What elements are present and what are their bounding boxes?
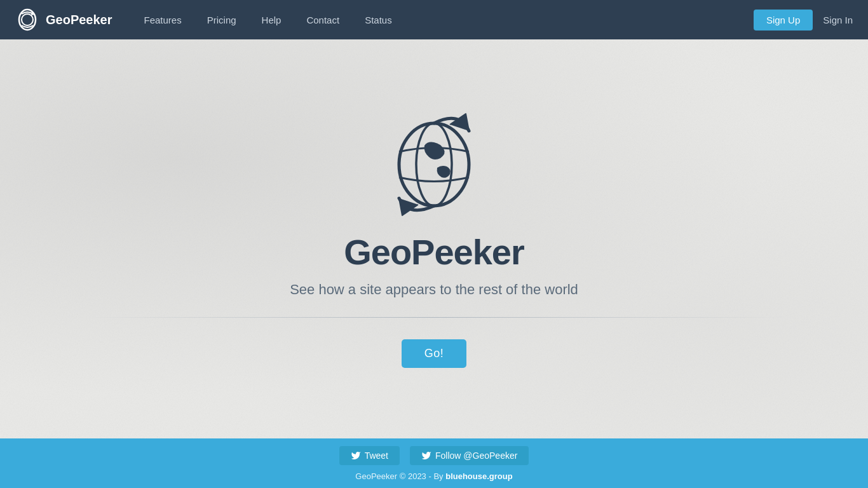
signup-button[interactable]: Sign Up bbox=[754, 10, 813, 30]
footer: Tweet Follow @GeoPeeker GeoPeeker © 2023… bbox=[0, 438, 868, 488]
nav-link-features[interactable]: Features bbox=[133, 10, 193, 30]
follow-button[interactable]: Follow @GeoPeeker bbox=[410, 446, 529, 465]
hero-title: GeoPeeker bbox=[344, 231, 524, 273]
svg-point-1 bbox=[22, 14, 33, 25]
twitter-icon bbox=[351, 451, 361, 461]
tweet-button[interactable]: Tweet bbox=[339, 446, 400, 465]
nav-links: Features Pricing Help Contact Status bbox=[133, 10, 754, 30]
nav-link-help[interactable]: Help bbox=[250, 10, 293, 30]
nav-link-contact[interactable]: Contact bbox=[295, 10, 351, 30]
go-button[interactable]: Go! bbox=[402, 339, 467, 368]
hero-section: GeoPeeker See how a site appears to the … bbox=[0, 39, 868, 438]
geopeeker-logo-icon bbox=[15, 8, 39, 32]
svg-point-2 bbox=[399, 123, 469, 206]
nav-brand[interactable]: GeoPeeker bbox=[15, 8, 112, 32]
hero-subtitle: See how a site appears to the rest of th… bbox=[290, 281, 578, 298]
navbar: GeoPeeker Features Pricing Help Contact … bbox=[0, 0, 868, 39]
svg-point-3 bbox=[416, 123, 452, 206]
signin-button[interactable]: Sign In bbox=[823, 15, 853, 25]
nav-brand-text: GeoPeeker bbox=[46, 13, 112, 27]
hero-logo-icon bbox=[377, 98, 491, 219]
hero-divider bbox=[85, 317, 783, 318]
nav-link-status[interactable]: Status bbox=[353, 10, 403, 30]
follow-label: Follow @GeoPeeker bbox=[435, 451, 517, 461]
copyright-text: GeoPeeker © 2023 - By bbox=[355, 471, 445, 481]
twitter-icon-follow bbox=[421, 451, 431, 461]
footer-copyright: GeoPeeker © 2023 - By bluehouse.group bbox=[355, 471, 512, 481]
footer-social: Tweet Follow @GeoPeeker bbox=[339, 446, 529, 465]
tweet-label: Tweet bbox=[365, 451, 388, 461]
nav-link-pricing[interactable]: Pricing bbox=[196, 10, 248, 30]
copyright-link[interactable]: bluehouse.group bbox=[445, 471, 512, 481]
nav-actions: Sign Up Sign In bbox=[754, 10, 853, 30]
